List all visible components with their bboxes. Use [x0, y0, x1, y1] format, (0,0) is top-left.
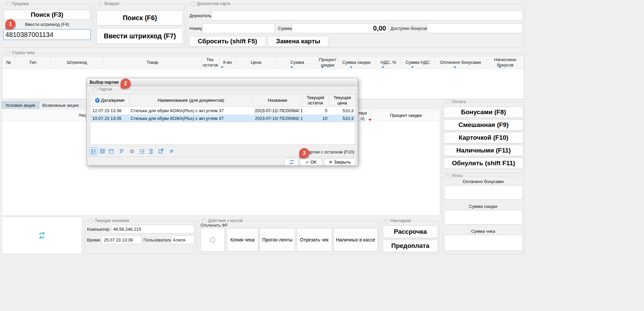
- batch-group-title: − Партия: [91, 87, 114, 92]
- holder-input[interactable]: [211, 10, 523, 20]
- tab-promo-possible[interactable]: Возможные акции: [39, 101, 82, 109]
- receipt-table-header: № Тип Штрихкод Товар Тек. остаток К-во Ц…: [2, 56, 524, 69]
- receipt-col-earned-bonuses[interactable]: Начислено бонусов: [487, 56, 524, 69]
- time-label: Время: [87, 237, 100, 242]
- installment-button[interactable]: Рассрочка: [383, 225, 438, 238]
- promo-occluded-fragment-1: твуе: [358, 110, 367, 116]
- annotation-badge-2: 2: [121, 79, 131, 89]
- invoice-panel-title-text: Накладная: [390, 218, 411, 223]
- refund-search-button[interactable]: Поиск (F6): [97, 10, 183, 26]
- settings-button[interactable]: ⚙: [128, 147, 136, 155]
- collapse-icon[interactable]: −: [89, 219, 93, 223]
- batch-row-1[interactable]: 12.07.23 13:36 Стельки для обуви КОЖА(Pl…: [91, 107, 355, 115]
- receipt-col-vat-sum[interactable]: Сумма НДС: [401, 56, 434, 69]
- item-image-box[interactable]: [2, 217, 82, 254]
- list-details-icon: [91, 148, 96, 154]
- discount-sum-field[interactable]: [444, 210, 523, 225]
- cash-register-title-text: Действия с кассой: [208, 218, 243, 223]
- computer-value-field[interactable]: [111, 225, 194, 233]
- batch-row-datetime: 10.07.23 13:35: [91, 115, 129, 122]
- receipt-col-discount-pct[interactable]: Процент скидки: [318, 56, 337, 69]
- calendar-view-button[interactable]: [107, 147, 115, 155]
- receipt-col-sum[interactable]: Сумма: [277, 56, 318, 69]
- collapse-icon[interactable]: −: [6, 2, 10, 6]
- sort-icon: ▾: [95, 98, 100, 103]
- group-list-button[interactable]: [147, 147, 155, 155]
- collapse-icon[interactable]: −: [191, 2, 195, 6]
- batch-select-dialog: Выбор партии − Партия ▾ Дата/время Наиме…: [87, 78, 358, 166]
- batch-row-name: Стельки для обуви КОЖА(Plus) с акт.углем…: [129, 115, 253, 122]
- collapse-icon[interactable]: −: [202, 219, 206, 223]
- receipt-col-product[interactable]: Товар: [104, 56, 202, 69]
- card-sum-label: Сумма: [278, 26, 292, 31]
- stock-filter-toggle[interactable]: Партии с остатком (F10): [305, 149, 354, 154]
- numbered-list-button[interactable]: [138, 147, 146, 155]
- view-grid-button[interactable]: [98, 147, 106, 155]
- refund-panel-title: − Возврат: [97, 1, 121, 6]
- ok-button[interactable]: ✓ ОК: [300, 158, 322, 166]
- collapse-icon[interactable]: −: [93, 87, 97, 92]
- batch-col-price[interactable]: Текущая цена: [329, 94, 355, 106]
- receipt-sum-field[interactable]: [444, 235, 523, 251]
- card-reset-button[interactable]: Сбросить (shift F5): [189, 36, 266, 47]
- available-bonuses-input[interactable]: [427, 23, 523, 33]
- close-button[interactable]: ✕ Закрыть: [324, 158, 356, 166]
- batch-col-datetime[interactable]: ▾ Дата/время: [91, 94, 129, 106]
- pay-card-button[interactable]: Карточкой (F10): [444, 132, 523, 143]
- batch-row-name: Стельки для обуви КОЖА(Plus) с акт.углем…: [129, 107, 253, 115]
- disable-fr-box: [200, 228, 225, 252]
- sort-filter-button[interactable]: [118, 147, 126, 155]
- receipt-col-paid-bonuses[interactable]: Оплачено бонусами: [434, 56, 487, 69]
- discount-sum-label: Сумма скидки: [442, 204, 524, 209]
- dialog-refresh-button[interactable]: [284, 158, 298, 166]
- pay-bonuses-button[interactable]: Бонусами (F8): [444, 106, 523, 118]
- reload-loop-button[interactable]: [168, 147, 176, 155]
- pay-cash-button[interactable]: Наличными (F11): [444, 145, 523, 156]
- sale-search-button[interactable]: Поиск (F3): [4, 10, 90, 20]
- disable-fr-checkbox[interactable]: [211, 238, 215, 242]
- pay-mixed-button[interactable]: Смешанная (F9): [444, 119, 523, 131]
- batch-table-header: ▾ Дата/время Наименование (для документо…: [91, 94, 355, 107]
- user-value-field[interactable]: [171, 235, 194, 244]
- totals-panel-title: − Итого: [444, 173, 464, 178]
- current-values-panel: − Текущие значения Компьютер Время Польз…: [85, 221, 196, 254]
- view-list-button[interactable]: [90, 147, 98, 155]
- receipt-col-discount-sum[interactable]: Сумма скидки: [337, 56, 376, 69]
- receipt-col-vat-pct[interactable]: НДС, %: [376, 56, 401, 69]
- promo-col-discount-pct[interactable]: Процент скидки: [371, 109, 440, 121]
- collapse-icon[interactable]: −: [384, 219, 389, 223]
- tab-promo-conditions[interactable]: Условие акции: [2, 101, 39, 109]
- batch-row-price: 510,3: [329, 107, 355, 115]
- batch-col-name[interactable]: Наименование (для документов): [129, 94, 253, 106]
- copy-receipt-button[interactable]: Копия чека: [227, 228, 258, 252]
- card-replace-button[interactable]: Замена карты: [268, 36, 328, 47]
- batch-col-stock[interactable]: Текущий остаток: [302, 94, 329, 106]
- pay-reset-button[interactable]: Обнулить (shift F11): [444, 158, 523, 169]
- collapse-icon[interactable]: −: [6, 51, 10, 55]
- batch-table: ▾ Дата/время Наименование (для документо…: [90, 94, 356, 145]
- card-sum-input[interactable]: [292, 23, 388, 33]
- time-value-field[interactable]: [102, 235, 141, 244]
- grid-icon: [100, 148, 105, 154]
- receipt-col-number[interactable]: №: [2, 56, 15, 69]
- receipt-col-price[interactable]: Цена: [236, 56, 277, 69]
- refund-barcode-button[interactable]: Ввести штрихкод (F7): [97, 28, 183, 44]
- batch-row-2[interactable]: 10.07.23 13:35 Стельки для обуви КОЖА(Pl…: [91, 115, 355, 122]
- sale-barcode-input[interactable]: [3, 29, 91, 40]
- paid-bonuses-field[interactable]: [444, 185, 523, 200]
- collapse-icon[interactable]: −: [98, 2, 103, 6]
- feed-tape-button[interactable]: Прогон ленты: [260, 228, 295, 252]
- prepayment-button[interactable]: Предоплата: [383, 239, 438, 252]
- receipt-col-barcode[interactable]: Штрихкод: [51, 56, 104, 69]
- batch-col-title[interactable]: Название: [253, 94, 302, 106]
- receipt-col-type[interactable]: Тип: [15, 56, 51, 69]
- collapse-icon[interactable]: −: [446, 100, 450, 104]
- cash-in-drawer-button[interactable]: Наличных в кассе: [333, 228, 378, 252]
- cut-receipt-button[interactable]: Отрезать чек: [296, 228, 332, 252]
- receipt-col-qty[interactable]: К-во: [220, 56, 236, 69]
- open-external-button[interactable]: [157, 147, 165, 155]
- group-list-icon: [148, 148, 153, 154]
- card-number-input[interactable]: [202, 23, 275, 33]
- receipt-col-stock[interactable]: Тек. остаток: [201, 56, 220, 69]
- collapse-icon[interactable]: −: [446, 174, 450, 178]
